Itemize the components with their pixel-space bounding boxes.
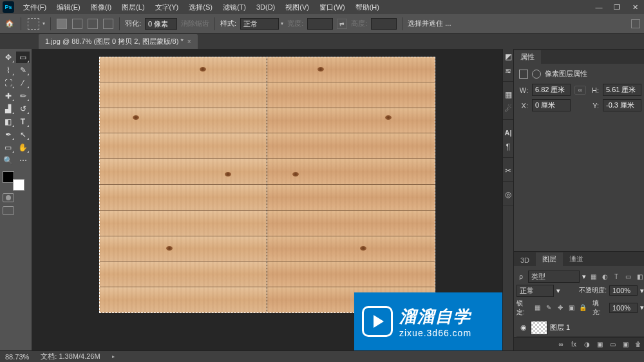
chevron-down-icon[interactable]: ▾ xyxy=(556,287,560,295)
layer-name[interactable]: 图层 1 xyxy=(550,323,570,332)
visibility-toggle-icon[interactable]: ◉ xyxy=(519,323,528,332)
eraser-tool[interactable]: ◧ xyxy=(1,116,15,128)
chevron-down-icon[interactable]: ▾ xyxy=(43,21,45,26)
clone-tool[interactable]: ▟ xyxy=(1,103,15,115)
filter-type-icon[interactable]: T xyxy=(612,272,621,281)
menu-3d[interactable]: 3D(D) xyxy=(251,3,280,11)
chevron-right-icon[interactable]: ▸ xyxy=(112,354,115,359)
feather-input[interactable]: 0 像素 xyxy=(145,18,177,30)
lock-position-icon[interactable]: ✥ xyxy=(556,303,565,312)
menu-help[interactable]: 帮助(H) xyxy=(350,3,384,12)
chevron-down-icon[interactable]: ▾ xyxy=(582,272,586,281)
3d-tab[interactable]: 3D xyxy=(514,254,536,266)
tool-preset-icon[interactable] xyxy=(28,18,39,30)
layers-tab[interactable]: 图层 xyxy=(536,252,563,266)
menu-filter[interactable]: 滤镜(T) xyxy=(218,3,251,12)
swatches-panel-icon[interactable]: ▦ xyxy=(503,90,513,100)
prop-x-input[interactable]: 0 厘米 xyxy=(532,99,571,111)
prop-w-input[interactable]: 6.82 厘米 xyxy=(532,84,571,96)
link-wh-icon[interactable]: ∞ xyxy=(574,86,586,95)
link-layers-icon[interactable]: ∞ xyxy=(556,339,565,348)
lock-all-icon[interactable]: 🔒 xyxy=(578,303,587,312)
quick-select-tool[interactable]: ✎ xyxy=(16,64,30,76)
type-tool[interactable]: T xyxy=(16,116,30,128)
mask-add-icon[interactable]: ◑ xyxy=(582,339,591,348)
selection-new-icon[interactable] xyxy=(57,19,67,29)
chevron-down-icon[interactable]: ▾ xyxy=(281,21,283,26)
zoom-level[interactable]: 88.73% xyxy=(5,353,29,361)
tools-panel-icon[interactable]: ✂ xyxy=(503,166,513,176)
document-tab[interactable]: 1.jpg @ 88.7% (图层 0 拷贝 2, 图层蒙版/8) * × xyxy=(39,34,198,49)
opacity-input[interactable]: 100% xyxy=(609,285,638,296)
marquee-tool[interactable]: ▭ xyxy=(16,52,30,63)
menu-select[interactable]: 选择(S) xyxy=(184,3,218,12)
filter-smart-icon[interactable]: ◧ xyxy=(635,272,644,281)
lasso-tool[interactable]: ⌇ xyxy=(1,64,15,76)
char-panel-icon[interactable]: A| xyxy=(503,128,513,138)
menu-file[interactable]: 文件(F) xyxy=(18,3,52,12)
style-select[interactable]: 正常 xyxy=(240,18,279,30)
group-icon[interactable]: ▭ xyxy=(608,339,617,348)
prop-h-input[interactable]: 5.61 厘米 xyxy=(603,84,641,96)
refine-edge-button[interactable]: 选择并遮住 ... xyxy=(408,19,451,28)
brush-tool[interactable]: ✏ xyxy=(16,90,30,102)
quick-mask-icon[interactable] xyxy=(3,193,14,202)
home-icon[interactable]: 🏠 xyxy=(4,18,15,30)
menu-image[interactable]: 图像(I) xyxy=(86,3,117,12)
layer-row[interactable]: ◉ 图层 1 xyxy=(516,319,644,337)
filter-adjust-icon[interactable]: ◐ xyxy=(600,272,609,281)
selection-add-icon[interactable] xyxy=(72,19,82,29)
shape-tool[interactable]: ▭ xyxy=(1,142,15,153)
selection-intersect-icon[interactable] xyxy=(103,19,113,29)
properties-tab[interactable]: 属性 xyxy=(514,50,541,64)
move-tool[interactable]: ✥ xyxy=(1,52,15,63)
background-swatch[interactable] xyxy=(13,179,24,191)
close-tab-icon[interactable]: × xyxy=(187,38,191,45)
menu-window[interactable]: 窗口(W) xyxy=(314,3,350,12)
history-brush-tool[interactable]: ↺ xyxy=(16,103,30,115)
screen-mode-icon[interactable] xyxy=(3,206,14,215)
adjustment-layer-icon[interactable]: ▣ xyxy=(595,339,604,348)
history-panel-icon[interactable]: ◩ xyxy=(503,52,513,62)
path-select-tool[interactable]: ↖ xyxy=(16,129,30,140)
doc-size[interactable]: 文档: 1.38M/4.26M xyxy=(41,352,100,361)
menu-type[interactable]: 文字(Y) xyxy=(150,3,184,12)
layer-kind-select[interactable]: 类型 xyxy=(528,271,580,283)
delete-icon[interactable]: 🗑 xyxy=(634,339,643,348)
fx-icon[interactable]: fx xyxy=(569,339,578,348)
filter-pixel-icon[interactable]: ▦ xyxy=(589,272,598,281)
zoom-tool[interactable]: 🔍 xyxy=(1,155,15,166)
chevron-down-icon[interactable]: ▾ xyxy=(640,287,644,295)
chevron-down-icon[interactable]: ▾ xyxy=(640,303,644,312)
window-restore[interactable]: ❐ xyxy=(608,3,626,12)
canvas-area[interactable]: 溜溜自学 zixue.3d66.com xyxy=(32,49,502,350)
window-close[interactable]: ✕ xyxy=(626,3,644,12)
color-panel-icon[interactable]: ☄ xyxy=(503,104,513,114)
filter-shape-icon[interactable]: ▭ xyxy=(623,272,632,281)
cc-libraries-icon[interactable]: ◎ xyxy=(503,189,513,200)
menu-layer[interactable]: 图层(L) xyxy=(117,3,149,12)
pen-tool[interactable]: ✒ xyxy=(1,129,15,140)
search-icon[interactable]: ρ xyxy=(516,272,526,281)
hand-tool[interactable]: ✋ xyxy=(16,142,30,153)
healing-tool[interactable]: ✚ xyxy=(1,90,15,102)
selection-subtract-icon[interactable] xyxy=(88,19,98,29)
document-canvas[interactable] xyxy=(99,57,435,313)
color-swatches[interactable] xyxy=(1,171,27,191)
blend-mode-select[interactable]: 正常 xyxy=(516,285,554,297)
menu-view[interactable]: 视图(V) xyxy=(280,3,314,12)
menu-edit[interactable]: 编辑(E) xyxy=(52,3,86,12)
layer-thumbnail[interactable] xyxy=(531,321,547,335)
eyedropper-tool[interactable]: ⁄ xyxy=(16,77,30,89)
paragraph-panel-icon[interactable]: ¶ xyxy=(503,142,513,152)
channels-tab[interactable]: 通道 xyxy=(563,252,590,266)
lock-artboard-icon[interactable]: ▣ xyxy=(567,303,576,312)
fill-input[interactable]: 100% xyxy=(609,303,638,313)
edit-toolbar[interactable]: ⋯ xyxy=(16,155,30,166)
new-layer-icon[interactable]: ▣ xyxy=(621,339,630,348)
window-minimize[interactable]: — xyxy=(590,3,608,11)
brush-panel-icon[interactable]: ≋ xyxy=(503,66,513,76)
crop-tool[interactable]: ⛶ xyxy=(1,77,15,89)
expand-options-icon[interactable] xyxy=(631,19,640,28)
prop-y-input[interactable]: -0.3 厘米 xyxy=(603,99,641,111)
